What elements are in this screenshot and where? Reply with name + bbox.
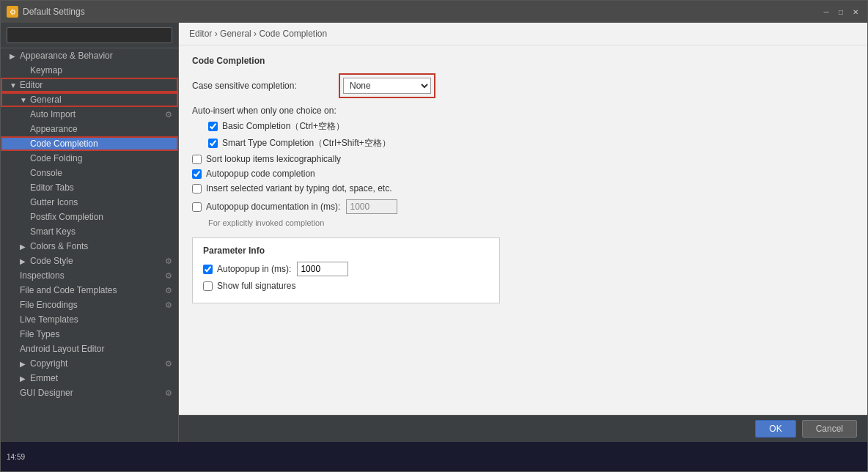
sidebar-item-label: Code Style — [30, 256, 73, 266]
sidebar-item-appearance-behavior[interactable]: ▶ Appearance & Behavior — [1, 48, 178, 63]
arrow-icon: ▶ — [20, 360, 30, 368]
sidebar-item-label: Inspections — [20, 270, 65, 281]
autopopup-doc-label: Autopopup documentation in (ms): — [206, 202, 340, 212]
maximize-button[interactable]: □ — [835, 6, 847, 18]
breadcrumb-sep1: › — [215, 29, 220, 39]
gear-icon: ⚙ — [165, 359, 172, 369]
case-sensitive-row: Case sensitive completion: None All Firs… — [192, 73, 854, 98]
sidebar-item-colors-fonts[interactable]: ▶ Colors & Fonts — [1, 239, 178, 254]
cancel-button[interactable]: Cancel — [802, 420, 857, 438]
sidebar-item-label: File Encodings — [20, 300, 78, 310]
autopopup-checkbox[interactable] — [192, 169, 202, 179]
autopopup-doc-row: Autopopup documentation in (ms): — [192, 199, 854, 214]
sidebar-item-smart-keys[interactable]: Smart Keys — [1, 224, 178, 239]
sidebar-item-editor-tabs[interactable]: Editor Tabs — [1, 180, 178, 195]
arrow-icon: ▶ — [20, 375, 30, 383]
sidebar-item-label: Gutter Icons — [30, 197, 78, 207]
smart-type-checkbox[interactable] — [208, 139, 218, 148]
breadcrumb-editor: Editor — [189, 29, 212, 39]
sidebar-item-auto-import[interactable]: Auto Import ⚙ — [1, 107, 178, 122]
sidebar-item-label: Smart Keys — [30, 226, 76, 237]
taskbar-content: 14:59 — [7, 453, 25, 461]
basic-completion-checkbox[interactable] — [208, 122, 218, 131]
sidebar-item-postfix-completion[interactable]: Postfix Completion — [1, 210, 178, 224]
sidebar-item-copyright[interactable]: ▶ Copyright ⚙ — [1, 356, 178, 371]
sidebar-item-gutter-icons[interactable]: Gutter Icons — [1, 195, 178, 210]
insert-selected-row: Insert selected variant by typing dot, s… — [192, 183, 854, 193]
ok-button[interactable]: OK — [755, 420, 795, 438]
taskbar: 14:59 — [1, 442, 867, 471]
settings-window: ⚙ Default Settings ─ □ ✕ ▶ Appearance & … — [0, 0, 868, 472]
sidebar-item-file-code-templates[interactable]: File and Code Templates ⚙ — [1, 283, 178, 298]
arrow-icon: ▼ — [20, 96, 30, 104]
arrow-icon: ▼ — [10, 81, 20, 89]
sidebar-item-gui-designer[interactable]: GUI Designer ⚙ — [1, 386, 178, 400]
explicitly-invoked-hint: For explicitly invoked completion — [208, 218, 854, 227]
gear-icon: ⚙ — [165, 300, 172, 310]
search-input[interactable] — [7, 27, 172, 43]
sidebar-item-console[interactable]: Console — [1, 166, 178, 180]
param-info-section: Parameter Info Autopopup in (ms): Show f… — [192, 237, 500, 303]
sidebar-item-appearance[interactable]: Appearance — [1, 122, 178, 136]
sort-lookup-row: Sort lookup items lexicographically — [192, 154, 854, 164]
arrow-icon: ▶ — [10, 52, 20, 60]
right-panel: Editor › General › Code Completion Code … — [179, 23, 867, 442]
sidebar-item-label: File and Code Templates — [20, 285, 117, 295]
arrow-icon: ▶ — [20, 257, 30, 265]
arrow-icon: ▶ — [20, 243, 30, 251]
autopopup-doc-input[interactable] — [346, 199, 397, 214]
sidebar-item-label: Postfix Completion — [30, 212, 103, 222]
gear-icon: ⚙ — [165, 271, 172, 281]
sidebar-item-label: Appearance & Behavior — [20, 51, 113, 61]
main-content: ▶ Appearance & Behavior Keymap ▼ Editor … — [1, 23, 867, 442]
sidebar-item-emmet[interactable]: ▶ Emmet — [1, 371, 178, 386]
title-bar: ⚙ Default Settings ─ □ ✕ — [1, 1, 867, 23]
basic-completion-row: Basic Completion（Ctrl+空格） — [192, 120, 854, 133]
sidebar-item-label: Android Layout Editor — [20, 344, 104, 354]
sidebar-item-label: Editor Tabs — [30, 182, 74, 193]
gear-icon: ⚙ — [165, 110, 172, 119]
param-autopopup-row: Autopopup in (ms): — [203, 262, 489, 276]
sidebar: ▶ Appearance & Behavior Keymap ▼ Editor … — [1, 23, 179, 442]
sidebar-item-label: Copyright — [30, 358, 67, 369]
settings-content: Code Completion Case sensitive completio… — [179, 45, 867, 415]
show-full-label: Show full signatures — [217, 281, 295, 291]
sidebar-item-inspections[interactable]: Inspections ⚙ — [1, 268, 178, 283]
sidebar-item-code-folding[interactable]: Code Folding — [1, 151, 178, 166]
smart-type-label: Smart Type Completion（Ctrl+Shift+空格） — [222, 137, 391, 150]
sidebar-item-label: General — [30, 95, 62, 105]
sidebar-item-label: Code Completion — [30, 139, 98, 149]
show-full-row: Show full signatures — [203, 281, 489, 291]
autopopup-doc-checkbox[interactable] — [192, 202, 202, 212]
sort-lookup-checkbox[interactable] — [192, 155, 202, 164]
insert-selected-label: Insert selected variant by typing dot, s… — [206, 183, 391, 193]
minimize-button[interactable]: ─ — [820, 6, 832, 18]
close-button[interactable]: ✕ — [850, 6, 861, 18]
case-sensitive-highlight: None All First letter — [339, 73, 435, 98]
show-full-checkbox[interactable] — [203, 281, 213, 291]
param-autopopup-input[interactable] — [297, 262, 348, 276]
sidebar-item-general[interactable]: ▼ General — [1, 92, 178, 107]
sidebar-item-file-types[interactable]: File Types — [1, 327, 178, 342]
section-title: Code Completion — [192, 56, 854, 66]
sidebar-item-label: Code Folding — [30, 153, 82, 163]
breadcrumb-general: General — [220, 29, 251, 39]
sidebar-item-code-style[interactable]: ▶ Code Style ⚙ — [1, 254, 178, 268]
case-sensitive-dropdown[interactable]: None All First letter — [343, 78, 431, 94]
basic-completion-label: Basic Completion（Ctrl+空格） — [222, 120, 345, 133]
param-autopopup-checkbox[interactable] — [203, 265, 213, 274]
search-box — [1, 23, 178, 48]
sidebar-item-code-completion[interactable]: Code Completion — [1, 136, 178, 151]
sidebar-item-android-layout-editor[interactable]: Android Layout Editor — [1, 342, 178, 356]
sidebar-item-file-encodings[interactable]: File Encodings ⚙ — [1, 298, 178, 312]
sidebar-item-editor[interactable]: ▼ Editor — [1, 78, 178, 92]
insert-selected-checkbox[interactable] — [192, 184, 202, 193]
sidebar-item-label: Colors & Fonts — [30, 241, 88, 251]
sidebar-item-label: Emmet — [30, 373, 58, 383]
gear-icon: ⚙ — [165, 257, 172, 266]
sidebar-item-live-templates[interactable]: Live Templates — [1, 312, 178, 327]
sidebar-item-label: GUI Designer — [20, 388, 73, 398]
sidebar-item-keymap[interactable]: Keymap — [1, 63, 178, 78]
autopopup-label: Autopopup code completion — [206, 169, 315, 179]
sidebar-item-label: Auto Import — [30, 109, 76, 119]
